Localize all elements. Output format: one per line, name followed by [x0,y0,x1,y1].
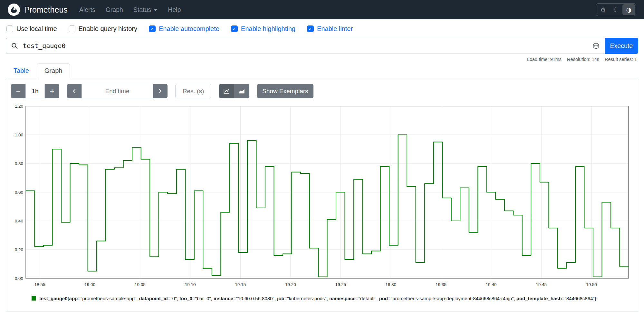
resolution-input[interactable] [175,84,211,98]
check-icon: ✓ [232,27,236,31]
theme-toggle-group: ⚙ ☾ ◑ [596,3,636,16]
shift-time-back-button[interactable] [67,84,82,98]
app-title: Prometheus [24,5,68,15]
resolution-stat: Resolution: 14s [567,57,599,62]
series-color-swatch [32,296,36,301]
brand[interactable]: Prometheus [8,4,68,16]
check-icon: ✓ [309,27,312,31]
check-icon: ✓ [150,27,154,31]
load-time-stat: Load time: 91ms [527,57,562,62]
checkbox-label: Enable autocomplete [159,25,219,33]
chart-type-toggle-group [219,84,249,98]
line-chart-icon [223,88,230,94]
checkbox-icon [6,25,13,32]
chevron-down-icon [154,9,158,11]
nav-item-alerts[interactable]: Alerts [79,6,95,14]
graph-panel: − + [6,78,638,311]
checkbox-label: Use local time [16,25,57,33]
gear-icon[interactable]: ⚙ [597,4,610,15]
svg-text:19:15: 19:15 [235,282,246,287]
enable-query-history-checkbox[interactable]: Enable query history [69,25,137,33]
svg-text:19:50: 19:50 [586,282,597,287]
svg-text:19:40: 19:40 [486,282,497,287]
chart-legend[interactable]: test_gauge0{app="prometheus-sample-app",… [32,295,633,311]
nav-item-graph[interactable]: Graph [106,6,123,14]
checkbox-checked-icon: ✓ [307,25,314,32]
stacked-area-icon [238,88,245,94]
tab-table[interactable]: Table [6,63,37,78]
svg-text:0.40: 0.40 [15,219,23,223]
series-label: test_gauge0{app="prometheus-sample-app",… [39,295,596,302]
prometheus-logo-icon [8,4,20,16]
nav-item-help[interactable]: Help [168,6,181,14]
end-time-control-group [67,84,168,98]
result-series-stat: Result series: 1 [605,57,637,62]
shift-time-forward-button[interactable] [153,84,168,98]
tab-graph[interactable]: Graph [37,63,70,78]
minus-icon: − [16,87,20,96]
nav-item-status-label: Status [133,6,151,13]
query-bar: Execute [6,38,638,54]
chart-area: 0.000.200.400.600.801.001.2018:5519:0019… [11,103,633,291]
execute-button[interactable]: Execute [605,38,638,54]
svg-text:0.00: 0.00 [15,276,23,281]
svg-text:19:30: 19:30 [385,282,396,287]
svg-text:19:25: 19:25 [335,282,346,287]
svg-text:1.00: 1.00 [15,133,23,137]
svg-text:19:45: 19:45 [536,282,547,287]
chevron-right-icon [158,88,163,94]
use-local-time-checkbox[interactable]: Use local time [6,25,57,33]
line-chart-toggle-button[interactable] [219,84,234,98]
navbar-right: ⚙ ☾ ◑ [596,3,636,16]
checkbox-label: Enable highlighting [241,25,295,33]
svg-text:19:00: 19:00 [84,282,95,287]
end-time-input[interactable] [82,84,153,98]
checkbox-label: Enable query history [79,25,137,33]
navbar: Prometheus Alerts Graph Status Help ⚙ ☾ … [0,0,644,19]
panel-tabs: Table Graph [6,63,638,78]
increase-range-button[interactable]: + [45,84,59,98]
plus-icon: + [50,87,54,96]
checkbox-checked-icon: ✓ [149,25,156,32]
checkbox-checked-icon: ✓ [231,25,238,32]
svg-text:1.20: 1.20 [15,104,23,109]
checkbox-label: Enable linter [317,25,353,33]
query-expression-input[interactable] [23,38,587,54]
show-exemplars-button[interactable]: Show Exemplars [257,84,313,98]
range-input[interactable] [25,84,45,98]
nav-item-status[interactable]: Status [133,6,158,14]
main-nav: Alerts Graph Status Help [79,6,181,14]
svg-text:0.80: 0.80 [15,161,23,166]
search-icon [6,42,23,49]
svg-text:0.20: 0.20 [15,247,23,252]
options-row: Use local time Enable query history ✓ En… [0,19,644,34]
decrease-range-button[interactable]: − [11,84,25,98]
auto-theme-half-circle-icon[interactable]: ◑ [622,4,635,15]
graph-controls: − + [11,84,633,98]
svg-text:19:20: 19:20 [285,282,296,287]
svg-text:19:35: 19:35 [436,282,447,287]
stacked-chart-toggle-button[interactable] [234,84,249,98]
metrics-explorer-globe-icon[interactable] [587,38,605,54]
svg-text:0.60: 0.60 [15,190,23,195]
enable-linter-checkbox[interactable]: ✓ Enable linter [307,25,353,33]
svg-text:19:10: 19:10 [185,282,196,287]
query-stats: Load time: 91ms Resolution: 14s Result s… [0,54,644,62]
query-input-group [6,38,605,54]
metric-graph[interactable]: 0.000.200.400.600.801.001.2018:5519:0019… [11,103,633,290]
checkbox-icon [69,25,75,32]
range-control-group: − + [11,84,59,98]
svg-text:19:05: 19:05 [135,282,146,287]
enable-highlighting-checkbox[interactable]: ✓ Enable highlighting [231,25,295,33]
enable-autocomplete-checkbox[interactable]: ✓ Enable autocomplete [149,25,219,33]
chevron-left-icon [72,88,77,94]
moon-icon[interactable]: ☾ [610,4,622,15]
svg-text:18:55: 18:55 [34,282,45,287]
